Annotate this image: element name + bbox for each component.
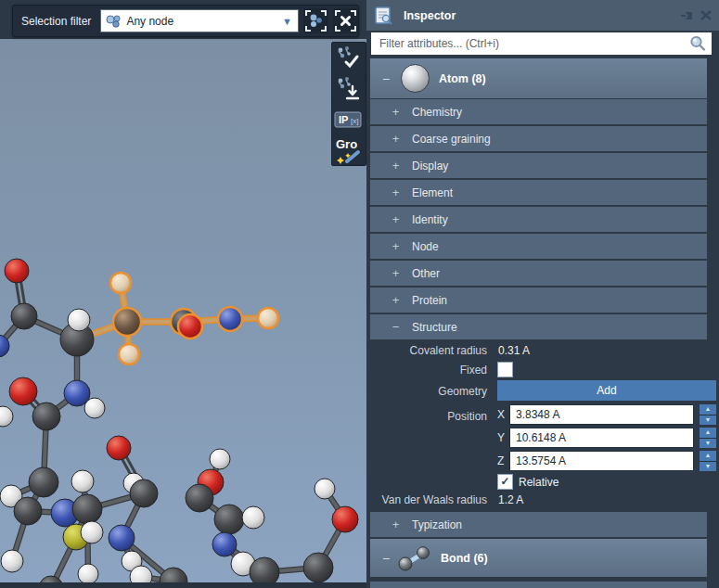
atom-h[interactable]: [71, 470, 94, 492]
application-window: Selection filter Any node ▼: [0, 0, 719, 588]
attribute-filter-input[interactable]: [378, 36, 688, 51]
dropdown-value: Any node: [126, 15, 282, 28]
pin-icon[interactable]: [679, 8, 695, 22]
group-label: Identity: [412, 213, 448, 226]
attribute-filter-box: [371, 32, 712, 55]
selection-save-icon: [334, 75, 362, 103]
atom-c[interactable]: [303, 553, 333, 582]
group-row-protein[interactable]: + Protein: [370, 288, 707, 313]
atom-n[interactable]: [218, 307, 242, 331]
group-row-typization[interactable]: + Typization: [370, 512, 707, 537]
atom-n[interactable]: [212, 532, 237, 556]
gromacs-wand-icon: Gro: [333, 136, 363, 164]
inspector-icon: [374, 6, 392, 26]
group-label: Protein: [412, 294, 447, 307]
group-label: Chemistry: [412, 106, 462, 119]
atom-cs[interactable]: [113, 308, 141, 336]
atom-h[interactable]: [242, 506, 264, 529]
atom-c[interactable]: [186, 484, 213, 512]
position-x-input[interactable]: [509, 404, 694, 425]
atom-h[interactable]: [210, 449, 230, 469]
position-label: Position: [370, 410, 487, 423]
atom-hs[interactable]: [119, 344, 139, 364]
atom-c[interactable]: [214, 505, 244, 534]
atom-c[interactable]: [14, 497, 42, 525]
bond-section-title: Bond (6): [441, 552, 488, 565]
position-y-input[interactable]: [509, 428, 694, 448]
add-geometry-button[interactable]: Add: [497, 380, 716, 401]
select-nodes-button[interactable]: [303, 8, 328, 33]
3d-viewport[interactable]: Selection filter Any node ▼: [0, 0, 366, 588]
atom-section-header[interactable]: − Atom (8): [370, 58, 707, 98]
atom-h[interactable]: [78, 564, 98, 584]
relative-checkbox[interactable]: ✓: [497, 474, 513, 490]
viewport-tool-strip: IP [x] Gro: [331, 42, 366, 166]
search-icon: [688, 34, 707, 53]
atom-c[interactable]: [130, 479, 158, 507]
atom-o[interactable]: [107, 436, 131, 460]
group-row-coarse-graining[interactable]: + Coarse graining: [370, 126, 707, 151]
group-row-identity[interactable]: + Identity: [370, 207, 707, 232]
spin-up-icon[interactable]: ▲: [700, 451, 716, 461]
atom-h[interactable]: [81, 521, 103, 543]
group-label: Structure: [412, 321, 457, 334]
collapse-icon: −: [379, 551, 392, 566]
position-z-input[interactable]: [509, 451, 694, 471]
group-row-element[interactable]: + Element: [370, 180, 707, 205]
interaction-potential-button[interactable]: IP [x]: [332, 104, 364, 134]
atom-n[interactable]: [109, 525, 135, 551]
atom-section-title: Atom (8): [439, 72, 486, 85]
molecule-canvas[interactable]: [0, 39, 366, 588]
svg-text:IP: IP: [339, 114, 348, 125]
clear-selection-button[interactable]: [333, 8, 358, 33]
fixed-checkbox[interactable]: [497, 362, 513, 377]
position-x-spinner[interactable]: ▲ ▼: [700, 404, 716, 425]
spin-down-icon[interactable]: ▼: [700, 462, 716, 472]
atom-h[interactable]: [0, 406, 13, 427]
atom-hs[interactable]: [110, 273, 131, 293]
collapse-icon: −: [379, 71, 392, 86]
group-label: Other: [412, 267, 440, 280]
atom-h[interactable]: [68, 309, 90, 331]
spin-down-icon[interactable]: ▼: [700, 439, 716, 449]
atom-c[interactable]: [11, 303, 37, 329]
vdw-radius-value: 1.2 A: [498, 493, 523, 506]
set-selection-button[interactable]: [332, 43, 364, 73]
bond-section-header[interactable]: − Bond (6): [370, 539, 707, 577]
atom-c[interactable]: [29, 467, 58, 497]
atom-o[interactable]: [178, 314, 202, 339]
group-row-structure[interactable]: − Structure: [370, 314, 707, 339]
group-row-chemistry[interactable]: + Chemistry: [370, 99, 707, 124]
chevron-down-icon: ▼: [282, 16, 292, 27]
atom-h[interactable]: [1, 550, 23, 572]
atom-h[interactable]: [315, 479, 335, 499]
gromacs-wizard-button[interactable]: Gro: [332, 134, 364, 165]
svg-text:Gro: Gro: [336, 137, 357, 151]
group-row-other[interactable]: + Other: [370, 261, 707, 286]
collapse-icon: −: [390, 320, 402, 334]
inspector-title-bar: Inspector: [366, 0, 719, 31]
atom-h[interactable]: [84, 398, 105, 418]
atom-o[interactable]: [332, 506, 358, 532]
spin-up-icon[interactable]: ▲: [700, 404, 716, 415]
atom-o[interactable]: [9, 377, 37, 405]
close-icon[interactable]: [699, 8, 713, 22]
position-y-label: Y: [497, 431, 505, 444]
spin-up-icon[interactable]: ▲: [700, 428, 716, 438]
atom-hs[interactable]: [258, 308, 278, 328]
group-label: Display: [412, 160, 448, 173]
save-selection-button[interactable]: [332, 73, 364, 104]
select-nodes-icon: [303, 8, 328, 33]
atom-c[interactable]: [32, 403, 60, 430]
group-row-display[interactable]: + Display: [370, 153, 707, 178]
selection-filter-dropdown[interactable]: Any node ▼: [100, 9, 299, 32]
geometry-label: Geometry: [370, 385, 487, 398]
position-z-spinner[interactable]: ▲ ▼: [700, 451, 716, 471]
atom-sphere-icon: [401, 64, 430, 93]
atom-c[interactable]: [72, 494, 102, 524]
atom-o[interactable]: [5, 259, 29, 283]
group-row-node[interactable]: + Node: [370, 234, 707, 259]
covalent-radius-label: Covalent radius: [370, 344, 487, 357]
position-y-spinner[interactable]: ▲ ▼: [700, 428, 716, 448]
spin-down-icon[interactable]: ▼: [700, 415, 716, 426]
